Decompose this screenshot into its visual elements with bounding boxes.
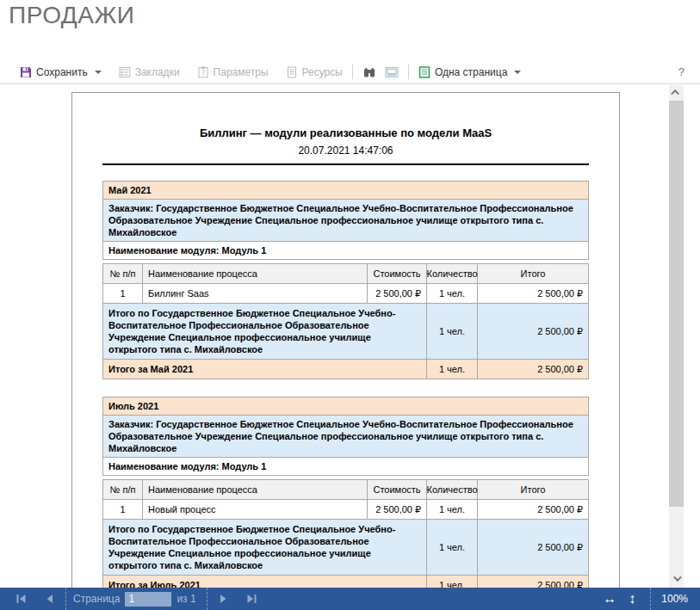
preview-icon xyxy=(385,66,399,78)
one-page-icon xyxy=(418,66,431,78)
row-total-cell: 2 500,00 ₽ xyxy=(478,284,589,304)
scroll-down-button[interactable] xyxy=(669,571,684,586)
vertical-scrollbar[interactable] xyxy=(669,85,684,588)
row-process-cell: Новый процесс xyxy=(143,500,368,520)
customer-row: Заказчик: Государственное Бюджетное Спец… xyxy=(102,416,589,458)
first-page-icon xyxy=(16,595,27,603)
svg-text:?: ? xyxy=(201,70,204,77)
report-viewport: Биллинг — модули реализованные по модели… xyxy=(0,85,700,588)
statusbar: Страница из 1 ↔ ↕ 100% xyxy=(0,588,700,610)
chevron-down-icon[interactable] xyxy=(95,71,102,74)
row-num-cell: 1 xyxy=(103,500,143,520)
row-total-cell: 2 500,00 ₽ xyxy=(478,500,589,520)
chevron-up-icon xyxy=(671,89,679,98)
page-title: ПРОДАЖИ xyxy=(9,2,134,29)
save-button-label: Сохранить xyxy=(36,66,88,78)
total-period-label: Итого за Июль 2021 xyxy=(103,576,427,588)
parameters-button[interactable]: ? Параметры xyxy=(193,63,273,82)
total-by-customer-total: 2 500,00 ₽ xyxy=(478,520,589,576)
table-header-process: Наименование процесса xyxy=(143,480,368,500)
report-section-may: Май 2021 Заказчик: Государственное Бюдже… xyxy=(102,181,589,379)
row-cost-cell: 2 500,00 ₽ xyxy=(368,500,427,520)
total-period-qty: 1 чел. xyxy=(427,576,478,588)
period-header: Июль 2021 xyxy=(102,397,589,416)
prev-page-icon xyxy=(46,595,53,603)
next-page-button[interactable] xyxy=(214,589,233,608)
fit-height-button[interactable]: ↕ xyxy=(621,588,643,610)
statusbar-separator xyxy=(65,588,66,610)
period-header: Май 2021 xyxy=(102,182,589,200)
one-page-button[interactable]: Одна страница xyxy=(414,63,525,82)
total-period-total: 2 500,00 ₽ xyxy=(478,576,589,588)
search-button[interactable] xyxy=(358,63,381,82)
report-datetime: 20.07.2021 14:47:06 xyxy=(72,145,619,157)
report-section-july: Июль 2021 Заказчик: Государственное Бюдж… xyxy=(102,397,589,588)
one-page-button-label: Одна страница xyxy=(435,66,507,78)
page-label: Страница xyxy=(73,593,120,605)
total-period-label: Итого за Май 2021 xyxy=(103,360,427,379)
bookmarks-button[interactable]: Закладки xyxy=(115,63,184,82)
save-button[interactable]: Сохранить xyxy=(15,63,106,82)
total-by-customer-qty: 1 чел. xyxy=(427,520,478,576)
scrollbar-thumb[interactable] xyxy=(669,101,684,507)
table-header-num: № п/п xyxy=(103,480,143,500)
row-cost-cell: 2 500,00 ₽ xyxy=(368,284,427,304)
table-header-num: № п/п xyxy=(103,264,143,284)
next-page-icon xyxy=(220,595,227,603)
table-header-process: Наименование процесса xyxy=(143,264,368,284)
first-page-button[interactable] xyxy=(12,589,31,608)
row-process-cell: Биллинг Saas xyxy=(143,284,368,304)
module-row: Наименование модуля: Модуль 1 xyxy=(102,458,589,476)
report-page: Биллинг — модули реализованные по модели… xyxy=(71,92,620,588)
total-by-customer-total: 2 500,00 ₽ xyxy=(478,304,589,360)
row-qty-cell: 1 чел. xyxy=(427,500,478,520)
toolbar-separator xyxy=(408,65,409,79)
row-qty-cell: 1 чел. xyxy=(427,284,478,304)
total-period-total: 2 500,00 ₽ xyxy=(478,360,589,379)
table-header-cost: Стоимость xyxy=(368,480,427,500)
prev-page-button[interactable] xyxy=(40,589,59,608)
report-title: Биллинг — модули реализованные по модели… xyxy=(72,126,619,139)
process-table: № п/п Наименование процесса Стоимость Ко… xyxy=(102,479,589,588)
binoculars-icon xyxy=(362,66,376,78)
total-by-customer-qty: 1 чел. xyxy=(427,304,478,360)
parameters-button-label: Параметры xyxy=(214,66,269,78)
statusbar-separator xyxy=(650,588,651,610)
total-by-customer-label: Итого по Государственное Бюджетное Специ… xyxy=(103,520,427,576)
toolbar-separator xyxy=(352,65,353,79)
bookmarks-icon xyxy=(119,66,131,78)
preview-button[interactable] xyxy=(381,63,403,82)
toolbar: Сохранить Закладки ? Параметры Ресурсы xyxy=(0,60,700,84)
table-header-qty: Количество xyxy=(427,264,478,284)
page-count-label: из 1 xyxy=(177,593,195,605)
chevron-down-icon xyxy=(673,573,682,582)
help-button[interactable]: ? xyxy=(678,65,690,78)
bookmarks-button-label: Закладки xyxy=(135,66,180,78)
parameters-icon: ? xyxy=(197,66,209,78)
table-header-total: Итого xyxy=(478,264,589,284)
fit-width-button[interactable]: ↔ xyxy=(598,588,621,610)
process-table: № п/п Наименование процесса Стоимость Ко… xyxy=(102,263,589,379)
total-by-customer-label: Итого по Государственное Бюджетное Специ… xyxy=(103,304,427,360)
report-divider xyxy=(102,163,589,165)
scroll-up-button[interactable] xyxy=(669,85,684,100)
table-header-total: Итого xyxy=(478,480,589,500)
module-row: Наименование модуля: Модуль 1 xyxy=(102,242,589,260)
resources-button[interactable]: Ресурсы xyxy=(282,63,347,82)
last-page-icon xyxy=(246,595,257,603)
customer-row: Заказчик: Государственное Бюджетное Спец… xyxy=(102,200,589,242)
resources-icon xyxy=(286,66,298,78)
table-header-cost: Стоимость xyxy=(368,264,427,284)
zoom-level[interactable]: 100% xyxy=(658,593,691,605)
table-header-qty: Количество xyxy=(427,480,478,500)
save-icon xyxy=(20,66,32,78)
statusbar-separator xyxy=(207,588,208,610)
chevron-down-icon[interactable] xyxy=(514,71,521,74)
page-input[interactable] xyxy=(125,592,171,607)
total-period-qty: 1 чел. xyxy=(427,360,478,379)
last-page-button[interactable] xyxy=(242,589,261,608)
row-num-cell: 1 xyxy=(103,284,143,304)
resources-button-label: Ресурсы xyxy=(302,66,343,78)
